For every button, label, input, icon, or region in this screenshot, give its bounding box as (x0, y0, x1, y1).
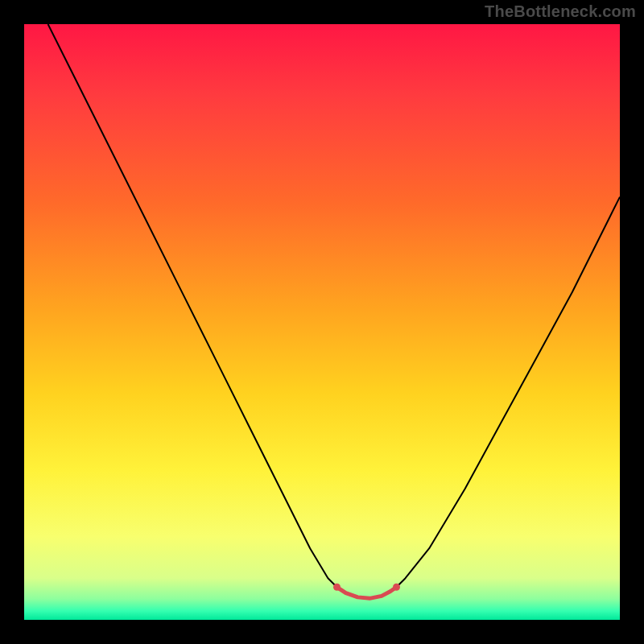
trough-endpoint (333, 584, 341, 591)
series-left-branch (48, 24, 341, 590)
series-right-branch (394, 197, 620, 590)
chart-frame: TheBottleneck.com (0, 0, 644, 644)
watermark-text: TheBottleneck.com (485, 2, 636, 21)
plot-area (24, 24, 620, 620)
trough-endpoint (393, 584, 400, 591)
series-trough-highlight (337, 587, 397, 598)
curve-layer (24, 24, 620, 620)
